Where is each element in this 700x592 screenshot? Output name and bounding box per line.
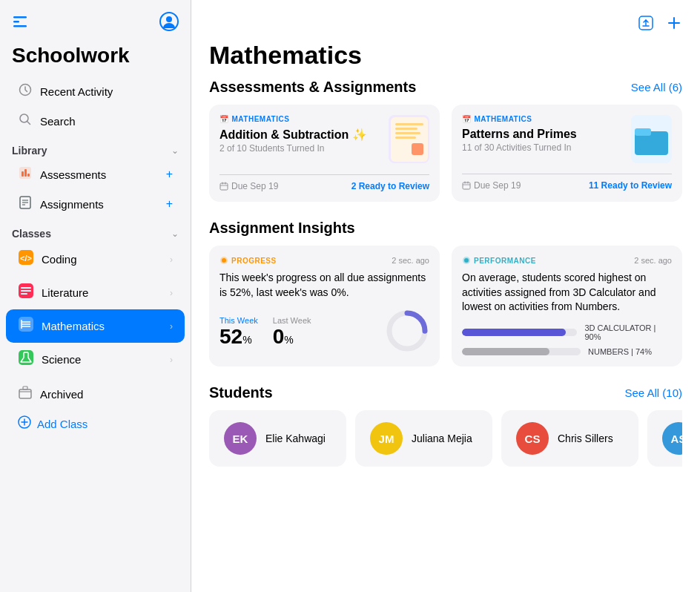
assignments-section: Assessments & Assignments See All (6) 📅 … <box>209 79 682 202</box>
classes-section-header: Classes ⌄ <box>0 219 191 243</box>
progress-text: This week's progress on all due assignme… <box>219 271 429 300</box>
progress-donut <box>385 309 429 356</box>
profile-icon[interactable] <box>159 12 179 35</box>
assignment-cards-row: 📅 MATHEMATICS Addition & Subtraction ✨ ♡… <box>209 105 682 202</box>
literature-chevron-icon: › <box>170 288 173 298</box>
svg-rect-19 <box>21 290 31 292</box>
library-item-assessments[interactable]: Assessments + <box>6 159 185 189</box>
page-title: Mathematics <box>209 41 682 70</box>
share-icon[interactable] <box>638 15 654 35</box>
student-name-0: Elie Kahwagi <box>265 433 326 444</box>
card-1-footer: Due Sep 19 11 Ready to Review <box>462 174 672 191</box>
assignment-card-0[interactable]: 📅 MATHEMATICS Addition & Subtraction ✨ ♡… <box>209 105 440 202</box>
science-label: Science <box>42 353 81 366</box>
svg-point-4 <box>166 16 172 22</box>
students-see-all[interactable]: See All (10) <box>624 387 682 399</box>
add-toolbar-icon[interactable] <box>666 15 682 35</box>
svg-rect-9 <box>24 169 27 177</box>
last-week-label: Last Week <box>273 316 311 325</box>
library-chevron-icon[interactable]: ⌄ <box>171 145 179 156</box>
insight-card-progress: PROGRESS 2 sec. ago This week's progress… <box>209 246 440 366</box>
clock-icon <box>18 83 33 99</box>
svg-rect-20 <box>21 293 27 295</box>
add-class-button[interactable]: Add Class <box>6 409 185 438</box>
student-card-2[interactable]: CS Chris Sillers <box>501 410 638 467</box>
student-card-0[interactable]: EK Elie Kahwagi <box>209 410 346 467</box>
sidebar-header <box>0 0 191 41</box>
svg-rect-10 <box>27 174 30 177</box>
main-toolbar <box>209 15 682 35</box>
card-0-review: 2 Ready to Review <box>351 181 429 191</box>
insight-card-performance: PERFORMANCE 2 sec. ago On average, stude… <box>452 246 682 366</box>
assignments-section-title: Assessments & Assignments <box>209 79 416 96</box>
mathematics-chevron-icon: › <box>170 321 173 332</box>
archived-label: Archived <box>40 388 83 401</box>
performance-text: On average, students scored highest on a… <box>462 271 672 315</box>
assignments-icon <box>18 195 33 213</box>
this-week-stat: This Week 52% <box>219 316 258 349</box>
classes-chevron-icon[interactable]: ⌄ <box>171 228 179 239</box>
bar-label-1: NUMBERS | 74% <box>588 347 652 356</box>
student-name-1: Juliana Mejia <box>412 433 472 444</box>
coding-label: Coding <box>42 253 77 266</box>
student-card-3[interactable]: AS AbbiStein <box>647 410 682 467</box>
search-label: Search <box>40 115 76 128</box>
class-item-coding[interactable]: </> Coding › <box>6 243 185 276</box>
bar-fill-0 <box>462 329 566 336</box>
archived-icon <box>18 385 33 403</box>
this-week-value: 52% <box>219 325 258 349</box>
add-assessment-icon[interactable]: + <box>166 168 173 181</box>
performance-tag: PERFORMANCE <box>462 256 536 265</box>
class-item-science[interactable]: Science › <box>6 343 185 376</box>
science-chevron-icon: › <box>170 355 173 365</box>
class-item-mathematics[interactable]: Mathematics › <box>6 309 185 343</box>
library-item-assignments[interactable]: Assignments + <box>6 189 185 219</box>
svg-rect-28 <box>19 389 31 398</box>
insights-row: PROGRESS 2 sec. ago This week's progress… <box>209 246 682 366</box>
library-section-header: Library ⌄ <box>0 136 191 159</box>
student-name-2: Chris Sillers <box>558 433 613 444</box>
bar-row-0: 3D CALCULATOR | 90% <box>462 323 672 341</box>
archived-item[interactable]: Archived <box>6 379 185 409</box>
svg-rect-39 <box>395 132 420 134</box>
nav-item-recent-activity[interactable]: Recent Activity <box>6 76 185 106</box>
svg-text:</>: </> <box>20 254 32 263</box>
bar-label-0: 3D CALCULATOR | 90% <box>584 323 672 341</box>
class-item-literature[interactable]: Literature › <box>6 276 185 309</box>
assessments-label: Assessments <box>40 168 106 181</box>
mathematics-class-icon <box>18 316 34 336</box>
mathematics-tag-icon-1: 📅 <box>462 115 472 123</box>
progress-time: 2 sec. ago <box>392 256 429 265</box>
card-0-footer: Due Sep 19 2 Ready to Review <box>219 174 429 191</box>
student-avatar-3: AS <box>662 422 682 455</box>
assignments-see-all[interactable]: See All (6) <box>631 81 682 93</box>
svg-rect-41 <box>412 143 423 155</box>
assignments-label: Assignments <box>40 198 104 211</box>
library-title: Library <box>12 145 47 157</box>
svg-point-54 <box>222 258 226 263</box>
literature-class-icon <box>18 283 34 303</box>
svg-rect-38 <box>395 128 417 130</box>
assignment-card-1[interactable]: 📅 MATHEMATICS Patterns and Primes ··· 11… <box>452 105 682 202</box>
svg-rect-0 <box>13 16 27 19</box>
student-avatar-1: JM <box>370 422 403 455</box>
student-card-1[interactable]: JM Juliana Mejia <box>355 410 492 467</box>
sidebar-toggle-icon[interactable] <box>12 13 28 33</box>
classes-title: Classes <box>12 228 51 240</box>
students-row: EK Elie Kahwagi JM Juliana Mejia CS Chri… <box>209 410 682 467</box>
insights-section-title: Assignment Insights <box>209 220 355 237</box>
recent-activity-label: Recent Activity <box>40 85 113 98</box>
progress-tag: PROGRESS <box>219 256 277 265</box>
nav-item-search[interactable]: Search <box>6 106 185 136</box>
sidebar: Schoolwork Recent Activity Search Librar… <box>0 0 191 592</box>
svg-rect-40 <box>395 137 416 139</box>
performance-bars: 3D CALCULATOR | 90% NUMBERS | 74% <box>462 323 672 356</box>
svg-rect-37 <box>395 123 423 125</box>
svg-rect-2 <box>13 25 27 27</box>
insights-section: Assignment Insights PROGRESS 2 sec. ago … <box>209 220 682 366</box>
add-assignment-icon[interactable]: + <box>166 197 173 211</box>
bar-track-1 <box>462 348 581 355</box>
app-title: Schoolwork <box>0 41 191 76</box>
science-class-icon <box>18 349 34 369</box>
card-1-due: Due Sep 19 <box>462 180 521 191</box>
